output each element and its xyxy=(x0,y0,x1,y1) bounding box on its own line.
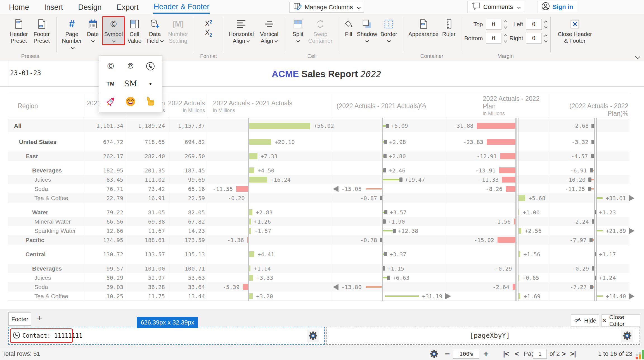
vertical-align-button[interactable]: VerticalAlign xyxy=(256,16,283,44)
cell-value: 82.05 xyxy=(168,208,205,217)
status-settings-gear-icon[interactable] xyxy=(430,347,438,360)
date-button[interactable]: Date xyxy=(84,16,102,44)
bar-value-label: +16.24 xyxy=(270,175,290,184)
bar-cell: -0.20 xyxy=(208,193,333,203)
appearance-button[interactable]: Appearance xyxy=(406,16,441,37)
margin-left-increment-icon[interactable] xyxy=(544,20,548,24)
hide-button[interactable]: Hide xyxy=(571,314,599,327)
footer-right-settings-gear-icon[interactable] xyxy=(621,330,633,342)
border-button[interactable]: Border xyxy=(378,16,399,44)
symbol-item-smiley[interactable] xyxy=(122,93,139,110)
shadow-button[interactable]: Shadow xyxy=(356,16,378,44)
symbol-item-bullet[interactable]: • xyxy=(141,75,159,92)
footer-preset-button[interactable]: FooterPreset xyxy=(30,16,53,44)
manage-columns-label: Manage Columns xyxy=(305,4,353,11)
last-page-button[interactable]: >| xyxy=(570,347,576,360)
symbol-button[interactable]: ©Symbol xyxy=(102,16,125,45)
page-number-button[interactable]: #PageNumber xyxy=(60,16,84,51)
header-preset-button[interactable]: HeaderPreset xyxy=(7,16,30,44)
zoom-level-value[interactable]: 100% xyxy=(453,349,479,359)
margin-bottom-increment-icon[interactable] xyxy=(504,34,507,38)
cell-value: 182.95 xyxy=(84,166,123,175)
symbol-item-registered[interactable]: ® xyxy=(122,58,139,75)
column-header: (2022 Actuals - 2022 Plan)% xyxy=(548,102,628,117)
border-label: Border xyxy=(380,31,397,37)
delta-bar-negative xyxy=(477,123,516,129)
cell-value: 33.64 xyxy=(168,282,205,292)
margin-top-decrement-icon[interactable] xyxy=(504,25,507,29)
cell-value-button[interactable]: CellValue xyxy=(125,16,144,44)
symbol-chevron xyxy=(112,37,115,44)
next-page-button[interactable]: > xyxy=(562,347,566,360)
margin-right-input[interactable]: 0 xyxy=(526,33,542,44)
comments-button[interactable]: Comments xyxy=(467,1,524,13)
bar-cell: -5.39 xyxy=(208,282,333,292)
margin-left-decrement-icon[interactable] xyxy=(544,25,548,29)
horizontal-align-button[interactable]: HorizontalAlign xyxy=(227,16,256,44)
margin-top-increment-icon[interactable] xyxy=(504,20,507,24)
subscript-button[interactable]: X2 xyxy=(205,29,212,39)
bar-cell: -11.33 xyxy=(446,175,548,184)
margin-bottom-label: Bottom xyxy=(464,35,483,42)
pin-line xyxy=(596,197,603,199)
value-axis-p1 xyxy=(382,118,383,301)
footer-section-left[interactable]: Contact: 11111111 xyxy=(8,327,325,345)
bar-value-label: -11.33 xyxy=(446,175,499,184)
horizontal-align-label: Horizontal xyxy=(229,31,254,37)
symbol-item-copyright[interactable]: © xyxy=(102,58,120,75)
sign-in-button[interactable]: Sign in xyxy=(537,1,577,13)
row-label: Pacific xyxy=(25,235,44,245)
data-field-button[interactable]: DataField xyxy=(144,16,166,44)
menu-tab-home[interactable]: Home xyxy=(8,1,30,13)
fill-button[interactable]: Fill xyxy=(341,16,356,37)
symbol-item-phone[interactable] xyxy=(141,58,159,75)
symbol-item-rocket[interactable] xyxy=(102,93,120,110)
pin-marker xyxy=(590,285,593,289)
menu-tab-design[interactable]: Design xyxy=(78,1,102,13)
margin-right-increment-icon[interactable] xyxy=(544,34,548,38)
cell-value: 79.22 xyxy=(84,208,123,217)
symbol-item-thumbs-up[interactable] xyxy=(141,93,159,110)
bar-cell: -0.29 xyxy=(446,264,548,273)
footer-left-settings-gear-icon[interactable] xyxy=(307,330,319,342)
pin-value-label: -0.78 xyxy=(333,235,377,245)
add-footer-icon[interactable]: + xyxy=(37,313,42,323)
cell-value: 101.00 xyxy=(126,264,165,273)
symbol-item-service-mark[interactable]: SM xyxy=(122,75,139,92)
close-header-footer-button[interactable]: Close Header& Footer xyxy=(554,16,596,44)
manage-columns-button[interactable]: Manage Columns xyxy=(289,2,364,13)
row-label: United States xyxy=(19,137,56,146)
ribbon-group: FillShadowBorder xyxy=(338,14,403,61)
footer-section-right[interactable]: [pageXbyY] xyxy=(326,327,640,345)
margin-right-decrement-icon[interactable] xyxy=(544,39,548,42)
margin-top-input[interactable]: 0 xyxy=(486,19,501,30)
pin-cell: -10.20 xyxy=(548,175,629,184)
margin-bottom-decrement-icon[interactable] xyxy=(504,39,507,42)
contact-footer-element[interactable]: Contact: 11111111 xyxy=(10,328,73,343)
margin-bottom-input[interactable]: 0 xyxy=(486,33,501,44)
menu-tab-export[interactable]: Export xyxy=(116,1,139,13)
page-number-input[interactable]: 1 xyxy=(533,349,547,359)
menu-tab-insert[interactable]: Insert xyxy=(44,1,64,13)
symbol-item-trademark[interactable]: TM xyxy=(102,75,120,92)
superscript-subscript-button[interactable]: X2X2 xyxy=(197,16,220,39)
bar-value-label: +1.14 xyxy=(254,264,271,273)
zoom-out-button[interactable]: − xyxy=(445,347,450,360)
menu-tabs: HomeInsertDesignExportHeader & Footer xyxy=(8,0,210,14)
row-label: Beverages xyxy=(32,166,62,175)
bar-cell: -15.02 xyxy=(446,235,548,245)
pin-cell: +1.17 xyxy=(548,250,629,259)
footer-tab[interactable]: Footer xyxy=(8,312,31,326)
previous-page-button[interactable]: < xyxy=(515,347,519,360)
zoom-in-button[interactable]: + xyxy=(484,347,489,360)
menu-tab-header-footer[interactable]: Header & Footer xyxy=(153,1,210,14)
delta-bar-positive xyxy=(518,228,521,234)
first-page-button[interactable]: |< xyxy=(503,347,509,360)
split-button[interactable]: Split xyxy=(290,16,306,44)
margin-left-input[interactable]: 0 xyxy=(526,19,542,30)
column-gridline xyxy=(84,94,84,301)
superscript-button[interactable]: X2 xyxy=(205,18,212,27)
row-label: All xyxy=(14,119,22,132)
close-editor-button[interactable]: ✕ Close Editor xyxy=(602,314,640,327)
ruler-button[interactable]: Ruler xyxy=(441,16,457,37)
